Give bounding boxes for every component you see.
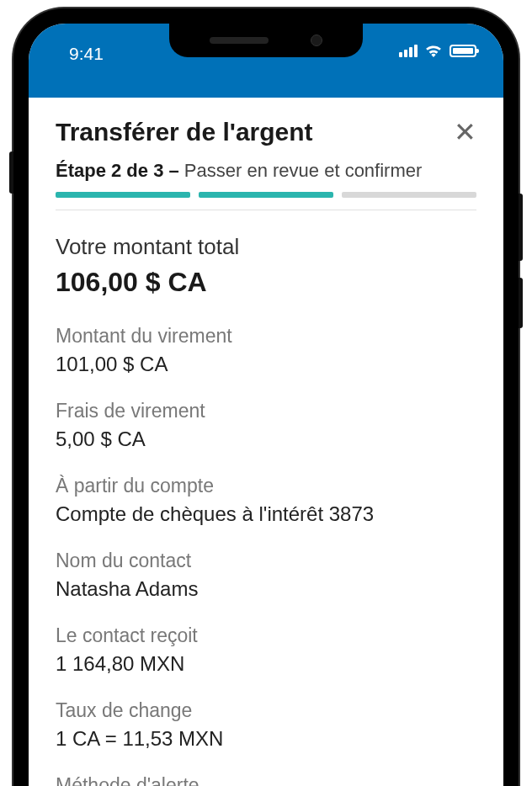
exchange-rate-field: Taux de change 1 CA = 11,53 MXN bbox=[56, 699, 476, 751]
cellular-signal-icon bbox=[399, 45, 418, 57]
speaker bbox=[210, 37, 269, 44]
close-icon[interactable]: ✕ bbox=[454, 119, 476, 146]
content-area: Transférer de l'argent ✕ Étape 2 de 3 – … bbox=[29, 98, 503, 786]
notch bbox=[169, 24, 363, 57]
contact-receives-field: Le contact reçoit 1 164,80 MXN bbox=[56, 624, 476, 676]
status-icons bbox=[399, 44, 476, 57]
contact-receives-label: Le contact reçoit bbox=[56, 624, 476, 647]
step-indicator: Étape 2 de 3 – Passer en revue et confir… bbox=[56, 160, 476, 182]
front-camera bbox=[311, 35, 322, 46]
total-amount-label: Votre montant total bbox=[56, 234, 476, 260]
exchange-rate-value: 1 CA = 11,53 MXN bbox=[56, 727, 476, 751]
step-description: Passer en revue et confirmer bbox=[184, 160, 422, 181]
from-account-field: À partir du compte Compte de chèques à l… bbox=[56, 475, 476, 526]
transfer-fee-label: Frais de virement bbox=[56, 400, 476, 422]
total-amount-value: 106,00 $ CA bbox=[56, 267, 476, 298]
status-time: 9:41 bbox=[69, 44, 104, 64]
side-button bbox=[9, 151, 13, 194]
transfer-amount-value: 101,00 $ CA bbox=[56, 353, 476, 376]
alert-method-field: Méthode d'alerte bbox=[56, 774, 476, 786]
step-number: Étape 2 de 3 – bbox=[56, 160, 184, 181]
header-row: Transférer de l'argent ✕ bbox=[56, 118, 476, 146]
divider bbox=[56, 210, 476, 210]
from-account-label: À partir du compte bbox=[56, 475, 476, 497]
contact-receives-value: 1 164,80 MXN bbox=[56, 652, 476, 676]
progress-bar bbox=[56, 192, 476, 198]
side-button bbox=[519, 194, 523, 261]
side-button bbox=[519, 278, 523, 328]
progress-segment-1 bbox=[56, 192, 190, 198]
battery-icon bbox=[450, 45, 476, 57]
alert-method-label: Méthode d'alerte bbox=[56, 774, 476, 786]
wifi-icon bbox=[424, 44, 443, 57]
exchange-rate-label: Taux de change bbox=[56, 699, 476, 722]
contact-name-value: Natasha Adams bbox=[56, 577, 476, 601]
progress-segment-3 bbox=[342, 192, 476, 198]
transfer-amount-field: Montant du virement 101,00 $ CA bbox=[56, 325, 476, 376]
from-account-value: Compte de chèques à l'intérêt 3873 bbox=[56, 502, 476, 526]
page-title: Transférer de l'argent bbox=[56, 118, 313, 146]
transfer-fee-field: Frais de virement 5,00 $ CA bbox=[56, 400, 476, 451]
contact-name-field: Nom du contact Natasha Adams bbox=[56, 550, 476, 601]
progress-segment-2 bbox=[199, 192, 333, 198]
transfer-amount-label: Montant du virement bbox=[56, 325, 476, 348]
screen: 9:41 Transférer de l'argent ✕ bbox=[29, 24, 503, 786]
phone-frame: 9:41 Transférer de l'argent ✕ bbox=[13, 8, 519, 786]
contact-name-label: Nom du contact bbox=[56, 550, 476, 572]
transfer-fee-value: 5,00 $ CA bbox=[56, 428, 476, 451]
